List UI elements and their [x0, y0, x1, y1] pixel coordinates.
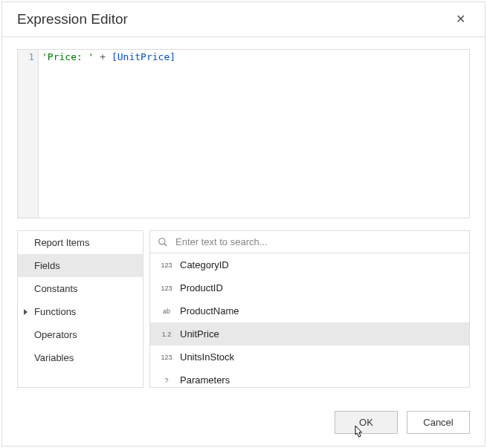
close-icon[interactable]: ✕ — [451, 12, 470, 27]
members-search — [150, 231, 469, 253]
category-list[interactable]: Report ItemsFieldsConstantsFunctionsOper… — [17, 230, 143, 388]
type-integer-icon: 123 — [161, 354, 172, 361]
ok-button[interactable]: OK — [335, 411, 398, 434]
type-parameter-icon: ? — [161, 377, 172, 384]
category-item-report-items[interactable]: Report Items — [18, 231, 143, 254]
type-integer-icon: 123 — [161, 285, 172, 292]
member-item-categoryid[interactable]: 123CategoryID — [150, 253, 469, 276]
editor-code[interactable]: 'Price: ' + [UnitPrice] — [39, 50, 469, 218]
svg-line-1 — [164, 243, 167, 246]
category-item-variables[interactable]: Variables — [18, 346, 143, 369]
dialog-body: 1 'Price: ' + [UnitPrice] Report ItemsFi… — [2, 37, 485, 399]
svg-point-0 — [159, 238, 165, 244]
type-decimal-icon: 1.2 — [161, 331, 172, 338]
search-icon — [158, 237, 168, 247]
member-label: Parameters — [180, 374, 230, 386]
expr-string-literal: 'Price: ' — [42, 51, 94, 62]
member-item-productid[interactable]: 123ProductID — [150, 276, 469, 299]
member-item-unitsinstock[interactable]: 123UnitsInStock — [150, 345, 469, 369]
type-integer-icon: 123 — [161, 262, 172, 269]
category-item-constants[interactable]: Constants — [18, 277, 143, 300]
expr-operator: + — [94, 51, 111, 62]
member-label: UnitPrice — [180, 328, 219, 340]
type-string-icon: ab — [161, 308, 172, 315]
member-item-productname[interactable]: abProductName — [150, 299, 469, 322]
dialog-title: Expression Editor — [17, 11, 128, 27]
cancel-button[interactable]: Cancel — [407, 411, 470, 434]
category-item-operators[interactable]: Operators — [18, 323, 143, 346]
member-item-parameters[interactable]: ?Parameters — [150, 369, 469, 387]
dialog-footer: OK Cancel — [2, 399, 485, 446]
dialog-header: Expression Editor ✕ — [2, 2, 485, 37]
help-panes: Report ItemsFieldsConstantsFunctionsOper… — [17, 230, 470, 388]
members-panel: 123CategoryID123ProductIDabProductName1.… — [149, 230, 470, 388]
expression-editor-dialog: Expression Editor ✕ 1 'Price: ' + [UnitP… — [1, 1, 486, 447]
search-input[interactable] — [174, 236, 462, 248]
category-item-functions[interactable]: Functions — [18, 300, 143, 323]
member-label: ProductName — [180, 305, 239, 316]
editor-gutter: 1 — [18, 50, 39, 218]
member-item-unitprice[interactable]: 1.2UnitPrice — [150, 322, 469, 345]
members-list[interactable]: 123CategoryID123ProductIDabProductName1.… — [150, 253, 469, 387]
expr-field-ref: [UnitPrice] — [112, 51, 175, 62]
member-label: CategoryID — [180, 259, 229, 270]
category-item-fields[interactable]: Fields — [18, 254, 143, 277]
member-label: UnitsInStock — [180, 351, 234, 363]
member-label: ProductID — [180, 282, 223, 293]
expression-code-editor[interactable]: 1 'Price: ' + [UnitPrice] — [17, 49, 470, 218]
